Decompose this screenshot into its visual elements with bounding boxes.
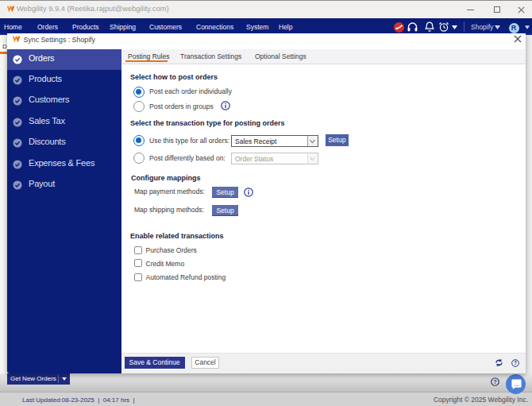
svg-text:?: ?	[493, 378, 497, 385]
svg-text:?: ?	[513, 360, 516, 365]
